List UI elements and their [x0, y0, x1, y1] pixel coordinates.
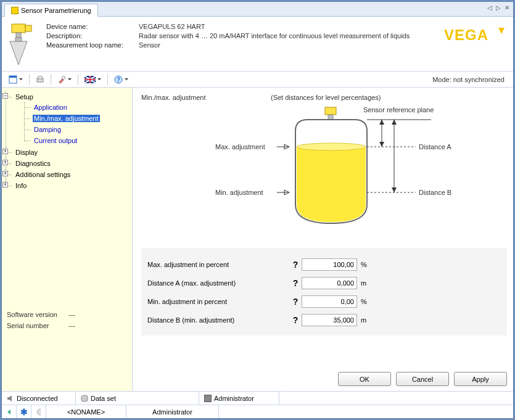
description-value: Radar sensor with 4 … 20 mA/HART interfa… — [139, 32, 410, 39]
connection-status: Disconnected — [2, 392, 76, 405]
tree-node-damping[interactable]: Damping — [33, 126, 62, 133]
collapse-icon[interactable]: − — [2, 93, 8, 99]
tab-sensor-param[interactable]: Sensor Parametrierung — [4, 4, 98, 17]
input-min-percent[interactable] — [302, 295, 357, 308]
field-label: Max. adjustment in percent — [147, 261, 289, 268]
svg-rect-15 — [325, 107, 336, 115]
help-icon[interactable]: ? — [289, 297, 302, 307]
svg-rect-4 — [15, 38, 22, 41]
mode-status: Mode: not synchronized — [432, 76, 509, 83]
input-max-percent[interactable] — [302, 258, 357, 271]
status-bar-2: ✱ <NONAME> Administrator — [2, 405, 513, 418]
tree-node-application[interactable]: Application — [33, 104, 68, 111]
ok-button[interactable]: OK — [338, 372, 391, 386]
dataset-icon — [81, 395, 88, 402]
app-window: Sensor Parametrierung ◁ ▷ ✕ Device name:… — [1, 1, 514, 419]
tree-node-info[interactable]: Info — [14, 182, 28, 189]
speaker-icon — [7, 395, 14, 402]
input-distance-a[interactable] — [302, 277, 357, 289]
loop-name-label: Measurement loop name: — [46, 41, 139, 49]
tree-node-additional[interactable]: Additional settings — [14, 171, 72, 178]
device-info: Device name: VEGAPULS 62 HART Descriptio… — [46, 23, 410, 49]
svg-rect-0 — [12, 24, 25, 33]
tab-label: Sensor Parametrierung — [21, 7, 91, 14]
row-max-percent: Max. adjustment in percent ? % — [147, 255, 501, 274]
tank-diagram: Max. adjustment Min. adjustment Sensor r… — [172, 106, 507, 236]
asterisk-icon[interactable]: ✱ — [17, 405, 31, 418]
dropdown-caret-icon — [125, 78, 128, 80]
tree-node-current-output[interactable]: Current output — [33, 137, 78, 144]
input-distance-b[interactable] — [302, 314, 357, 326]
noname-cell[interactable]: <NONAME> — [46, 405, 126, 418]
row-distance-b: Distance B (min. adjustment) ? m — [147, 311, 501, 329]
svg-text:?: ? — [117, 76, 120, 83]
svg-marker-21 — [379, 120, 384, 125]
dropdown-caret-icon — [19, 78, 23, 80]
cancel-button[interactable]: Cancel — [396, 372, 449, 386]
row-distance-a: Distance A (max. adjustment) ? m — [147, 274, 501, 292]
tree-node-diagnostics[interactable]: Diagnostics — [14, 160, 52, 167]
expand-icon[interactable]: + — [2, 171, 8, 176]
label-max-adjustment: Max. adjustment — [215, 143, 265, 150]
brand-logo: VEGA — [444, 23, 506, 47]
unit-label: % — [357, 298, 369, 305]
panel-hint: (Set distances for level percentages) — [271, 94, 381, 101]
body: − Setup Application Min./max. adjustment… — [2, 88, 513, 391]
device-illustration — [7, 23, 39, 66]
loop-name-value: Sensor — [139, 41, 410, 49]
svg-marker-25 — [392, 187, 397, 192]
device-name-value: VEGAPULS 62 HART — [139, 23, 410, 30]
svg-marker-6 — [498, 28, 505, 34]
content-panel: Min./max. adjustment (Set distances for … — [133, 88, 513, 391]
unit-label: m — [357, 316, 369, 324]
tab-prev-icon[interactable]: ◁ — [487, 4, 492, 11]
serial-number-value: --- — [68, 322, 75, 329]
svg-marker-22 — [379, 142, 384, 147]
svg-rect-8 — [9, 76, 17, 78]
label-distance-b: Distance B — [419, 189, 451, 196]
tab-close-icon[interactable]: ✕ — [505, 4, 509, 11]
dataset-status: Data set — [76, 392, 199, 405]
role-status: Administrator — [199, 392, 279, 405]
svg-rect-16 — [328, 115, 333, 120]
apply-button[interactable]: Apply — [454, 372, 507, 386]
role2-cell[interactable]: Administrator — [126, 405, 219, 418]
svg-point-36 — [37, 409, 41, 415]
help-icon[interactable]: ? — [289, 278, 302, 288]
dropdown-caret-icon — [68, 78, 72, 80]
content-header: Min./max. adjustment (Set distances for … — [141, 94, 507, 101]
expand-icon[interactable]: + — [2, 182, 8, 187]
tree-node-min-max[interactable]: Min./max. adjustment — [33, 115, 100, 122]
help-icon[interactable]: ? — [289, 260, 302, 270]
tree-node-setup[interactable]: Setup — [14, 93, 35, 101]
help-icon[interactable]: ? — [289, 315, 302, 325]
svg-text:VEGA: VEGA — [444, 27, 488, 43]
row-min-percent: Min. adjustment in percent ? % — [147, 292, 501, 311]
field-label: Distance B (min. adjustment) — [147, 316, 289, 324]
device-name-label: Device name: — [46, 23, 139, 30]
tree-node-display[interactable]: Display — [14, 149, 39, 156]
unit-label: % — [357, 261, 369, 268]
tab-next-icon[interactable]: ▷ — [496, 4, 501, 11]
toolbar: ? Mode: not synchronized — [2, 72, 513, 88]
tab-controls: ◁ ▷ ✕ — [487, 4, 509, 11]
info-disabled-icon — [31, 405, 46, 418]
nav-arrows-icon[interactable] — [2, 405, 17, 418]
language-button[interactable] — [81, 73, 104, 86]
svg-marker-32 — [7, 395, 12, 401]
description-label: Description: — [46, 32, 139, 39]
svg-marker-24 — [392, 120, 397, 125]
expand-icon[interactable]: + — [2, 160, 8, 165]
tab-bar: Sensor Parametrierung ◁ ▷ ✕ — [2, 2, 513, 17]
help-button[interactable]: ? — [111, 73, 131, 86]
svg-point-18 — [297, 143, 366, 150]
dialog-buttons: OK Cancel Apply — [141, 366, 507, 386]
svg-marker-34 — [7, 410, 10, 414]
tools-button[interactable] — [54, 73, 75, 86]
print-button[interactable] — [33, 73, 47, 86]
unit-label: m — [357, 279, 369, 287]
label-ref-plane: Sensor reference plane — [363, 106, 434, 113]
expand-icon[interactable]: + — [2, 149, 8, 154]
serial-number-label: Serial number — [7, 322, 68, 329]
layout-button[interactable] — [6, 73, 26, 86]
